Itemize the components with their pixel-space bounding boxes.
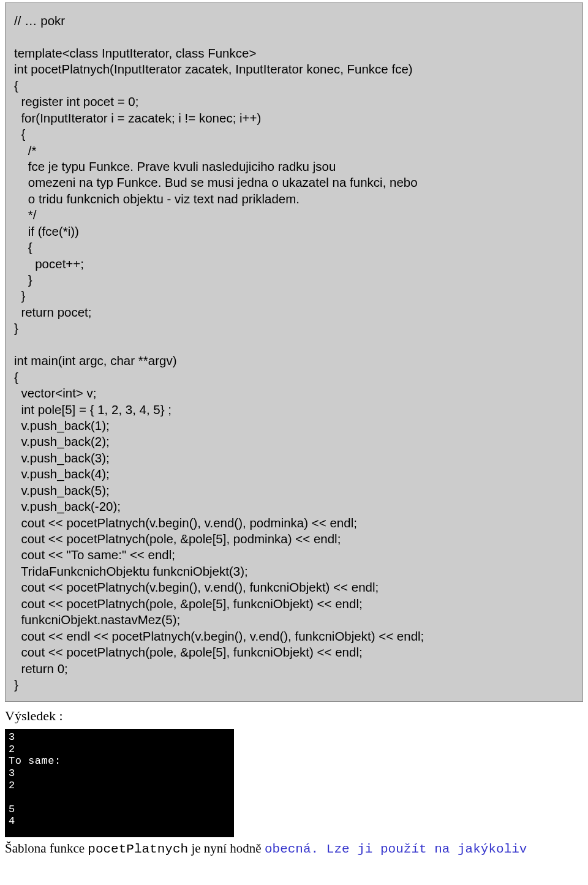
terminal-output: 3 2 To same: 3 2 5 4	[5, 729, 234, 837]
result-label: Výsledek :	[5, 708, 588, 724]
code-block: // … pokr template<class InputIterator, …	[5, 2, 583, 702]
footer-blue-tail: Lze ji použít na jakýkoliv	[326, 842, 527, 856]
footer-mid: je nyní hodně	[188, 841, 265, 856]
footer-mono-pocetplatnych: pocetPlatnych	[88, 842, 188, 856]
footer-prefix: Šablona funkce	[5, 841, 88, 856]
footer-paragraph: Šablona funkce pocetPlatnych je nyní hod…	[5, 841, 588, 856]
footer-blue-obecna: obecná	[265, 842, 311, 856]
footer-dot: .	[311, 842, 326, 856]
